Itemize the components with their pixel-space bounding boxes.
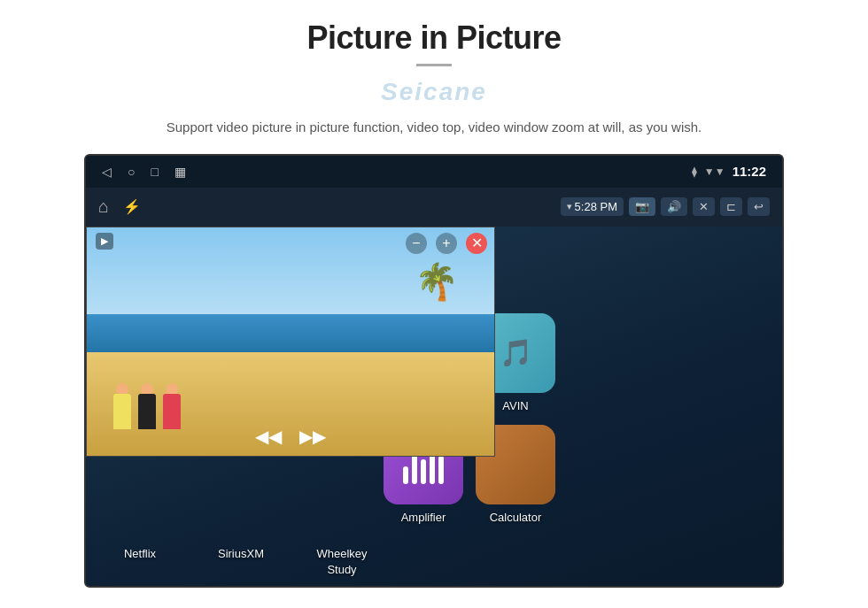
person-2 (138, 383, 156, 429)
toolbar: ⌂ ⚡ ▾ 5:28 PM 📷 🔊 ✕ ⊏ (86, 188, 782, 227)
toolbar-time: 5:28 PM (575, 200, 617, 213)
amplifier-label: Amplifier (401, 511, 446, 524)
people-group (113, 383, 181, 429)
device-wrapper: ◁ ○ □ ▦ ⧫ ▼▼ 11:22 ⌂ ⚡ ▾ 5:28 PM (84, 154, 784, 588)
wheelkey-label: Wheelkey Study (316, 547, 367, 576)
main-content: N SXM 🎓 (86, 227, 782, 588)
gps-icon: ⧫ (692, 165, 697, 178)
volume-icon: 🔊 (667, 200, 681, 213)
signal-icon: ▼▼ (704, 165, 725, 178)
home-nav-icon[interactable]: ○ (128, 165, 135, 179)
avin-inner: 🎵 (500, 337, 532, 368)
pip-overlay[interactable]: 🌴 (86, 227, 495, 457)
pip-playback[interactable]: ◀◀ ▶▶ (255, 426, 326, 447)
toolbar-right: ▾ 5:28 PM 📷 🔊 ✕ ⊏ ↩ (561, 197, 770, 216)
amp-bar-1 (403, 466, 408, 484)
calc-inner (506, 434, 525, 496)
close-icon: ✕ (699, 200, 709, 213)
app-grid: N SXM 🎓 (86, 227, 782, 588)
pip-buttons[interactable]: − + ✕ (406, 233, 487, 254)
volume-item[interactable]: 🔊 (661, 197, 687, 216)
wheelkey-bottom-label: Wheelkey Study (302, 545, 382, 577)
status-bar-right: ⧫ ▼▼ 11:22 (692, 164, 766, 179)
wifi-time-item: ▾ 5:28 PM (561, 197, 624, 216)
close-item[interactable]: ✕ (693, 197, 715, 216)
bottom-app-labels: Netflix SiriusXM Wheelkey Study (100, 545, 382, 577)
home-icon[interactable]: ⌂ (98, 196, 109, 217)
pip-minimize-button[interactable]: − (406, 233, 427, 254)
recents-nav-icon[interactable]: □ (151, 165, 158, 179)
tree-icon: 🌴 (415, 261, 459, 303)
person-1-body (113, 394, 131, 429)
toolbar-left: ⌂ ⚡ (98, 196, 141, 217)
amp-bar-2 (412, 452, 417, 484)
camera-item[interactable]: 📷 (629, 197, 655, 216)
wifi-icon: ▾ (567, 201, 572, 212)
title-divider (416, 64, 452, 66)
page-header: Picture in Picture (0, 0, 868, 84)
pip-controls: ▶ (96, 233, 113, 250)
status-time: 11:22 (732, 164, 766, 179)
pip-forward-button[interactable]: ▶▶ (299, 426, 326, 447)
usb-icon[interactable]: ⚡ (123, 198, 141, 215)
netflix-bottom-label: Netflix (100, 545, 180, 577)
pip-expand-button[interactable]: + (436, 233, 457, 254)
amp-bar-3 (421, 459, 426, 484)
pip-rewind-button[interactable]: ◀◀ (255, 426, 282, 447)
header-description: Support video picture in picture functio… (167, 84, 701, 138)
person-3-body (163, 394, 181, 429)
avin-label: AVIN (502, 399, 528, 412)
netflix-label: Netflix (124, 547, 156, 560)
status-bar: ◁ ○ □ ▦ ⧫ ▼▼ 11:22 (86, 156, 782, 188)
pip-close-button[interactable]: ✕ (466, 233, 487, 254)
window-icon: ⊏ (726, 200, 736, 213)
siriusxm-bottom-label: SiriusXM (201, 545, 281, 577)
back-nav-icon[interactable]: ◁ (102, 165, 112, 179)
window-item[interactable]: ⊏ (720, 197, 742, 216)
back-arrow-icon: ↩ (754, 200, 763, 213)
person-2-body (138, 394, 156, 429)
menu-nav-icon[interactable]: ▦ (174, 165, 186, 179)
device-screen: ◁ ○ □ ▦ ⧫ ▼▼ 11:22 ⌂ ⚡ ▾ 5:28 PM (84, 154, 784, 588)
back-item[interactable]: ↩ (748, 197, 770, 216)
siriusxm-label: SiriusXM (218, 547, 264, 560)
calculator-label: Calculator (490, 511, 542, 524)
amp-bar-5 (438, 456, 444, 484)
video-scene: 🌴 (87, 227, 494, 456)
person-1 (113, 383, 131, 429)
pip-video-icon: ▶ (101, 235, 108, 247)
status-bar-left: ◁ ○ □ ▦ (102, 165, 186, 179)
page-title: Picture in Picture (0, 19, 868, 57)
camera-icon: 📷 (635, 200, 649, 213)
person-3 (163, 383, 181, 429)
